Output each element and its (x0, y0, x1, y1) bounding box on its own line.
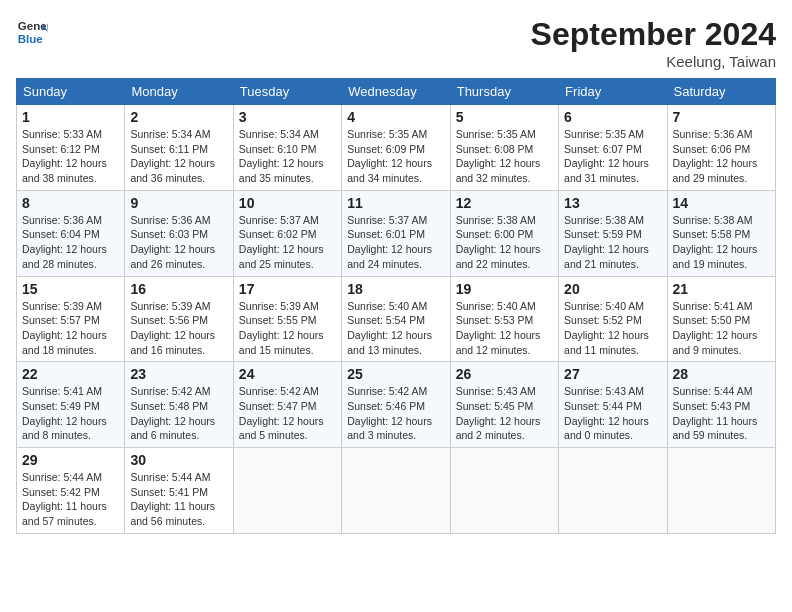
day-number: 30 (130, 452, 227, 468)
calendar-cell: 29 Sunrise: 5:44 AM Sunset: 5:42 PM Dayl… (17, 448, 125, 534)
calendar-cell: 22 Sunrise: 5:41 AM Sunset: 5:49 PM Dayl… (17, 362, 125, 448)
day-number: 5 (456, 109, 553, 125)
day-info: Sunrise: 5:34 AM Sunset: 6:10 PM Dayligh… (239, 127, 336, 186)
calendar-cell (342, 448, 450, 534)
day-number: 29 (22, 452, 119, 468)
day-info: Sunrise: 5:44 AM Sunset: 5:42 PM Dayligh… (22, 470, 119, 529)
calendar-cell: 4 Sunrise: 5:35 AM Sunset: 6:09 PM Dayli… (342, 105, 450, 191)
calendar-cell (450, 448, 558, 534)
col-header-monday: Monday (125, 79, 233, 105)
calendar-cell: 17 Sunrise: 5:39 AM Sunset: 5:55 PM Dayl… (233, 276, 341, 362)
day-info: Sunrise: 5:36 AM Sunset: 6:03 PM Dayligh… (130, 213, 227, 272)
day-info: Sunrise: 5:39 AM Sunset: 5:57 PM Dayligh… (22, 299, 119, 358)
day-info: Sunrise: 5:36 AM Sunset: 6:06 PM Dayligh… (673, 127, 770, 186)
col-header-wednesday: Wednesday (342, 79, 450, 105)
calendar-cell: 24 Sunrise: 5:42 AM Sunset: 5:47 PM Dayl… (233, 362, 341, 448)
day-number: 16 (130, 281, 227, 297)
day-info: Sunrise: 5:42 AM Sunset: 5:48 PM Dayligh… (130, 384, 227, 443)
calendar-cell: 19 Sunrise: 5:40 AM Sunset: 5:53 PM Dayl… (450, 276, 558, 362)
day-info: Sunrise: 5:42 AM Sunset: 5:47 PM Dayligh… (239, 384, 336, 443)
day-number: 7 (673, 109, 770, 125)
month-title: September 2024 (531, 16, 776, 53)
day-number: 1 (22, 109, 119, 125)
col-header-sunday: Sunday (17, 79, 125, 105)
svg-text:Blue: Blue (18, 33, 44, 45)
calendar-week-row: 29 Sunrise: 5:44 AM Sunset: 5:42 PM Dayl… (17, 448, 776, 534)
day-info: Sunrise: 5:42 AM Sunset: 5:46 PM Dayligh… (347, 384, 444, 443)
calendar-cell: 16 Sunrise: 5:39 AM Sunset: 5:56 PM Dayl… (125, 276, 233, 362)
day-info: Sunrise: 5:37 AM Sunset: 6:01 PM Dayligh… (347, 213, 444, 272)
day-info: Sunrise: 5:35 AM Sunset: 6:09 PM Dayligh… (347, 127, 444, 186)
day-info: Sunrise: 5:35 AM Sunset: 6:08 PM Dayligh… (456, 127, 553, 186)
col-header-saturday: Saturday (667, 79, 775, 105)
day-number: 19 (456, 281, 553, 297)
day-info: Sunrise: 5:38 AM Sunset: 5:59 PM Dayligh… (564, 213, 661, 272)
day-number: 9 (130, 195, 227, 211)
calendar-cell: 5 Sunrise: 5:35 AM Sunset: 6:08 PM Dayli… (450, 105, 558, 191)
calendar-cell: 23 Sunrise: 5:42 AM Sunset: 5:48 PM Dayl… (125, 362, 233, 448)
calendar-cell (559, 448, 667, 534)
day-info: Sunrise: 5:37 AM Sunset: 6:02 PM Dayligh… (239, 213, 336, 272)
day-number: 23 (130, 366, 227, 382)
day-info: Sunrise: 5:43 AM Sunset: 5:45 PM Dayligh… (456, 384, 553, 443)
day-number: 17 (239, 281, 336, 297)
calendar-cell: 14 Sunrise: 5:38 AM Sunset: 5:58 PM Dayl… (667, 190, 775, 276)
calendar-cell: 8 Sunrise: 5:36 AM Sunset: 6:04 PM Dayli… (17, 190, 125, 276)
col-header-thursday: Thursday (450, 79, 558, 105)
calendar-cell: 27 Sunrise: 5:43 AM Sunset: 5:44 PM Dayl… (559, 362, 667, 448)
location: Keelung, Taiwan (531, 53, 776, 70)
day-info: Sunrise: 5:34 AM Sunset: 6:11 PM Dayligh… (130, 127, 227, 186)
day-info: Sunrise: 5:39 AM Sunset: 5:56 PM Dayligh… (130, 299, 227, 358)
day-info: Sunrise: 5:41 AM Sunset: 5:50 PM Dayligh… (673, 299, 770, 358)
day-info: Sunrise: 5:36 AM Sunset: 6:04 PM Dayligh… (22, 213, 119, 272)
day-number: 6 (564, 109, 661, 125)
calendar-cell: 2 Sunrise: 5:34 AM Sunset: 6:11 PM Dayli… (125, 105, 233, 191)
day-number: 26 (456, 366, 553, 382)
calendar-cell: 1 Sunrise: 5:33 AM Sunset: 6:12 PM Dayli… (17, 105, 125, 191)
day-number: 22 (22, 366, 119, 382)
day-info: Sunrise: 5:44 AM Sunset: 5:41 PM Dayligh… (130, 470, 227, 529)
day-number: 2 (130, 109, 227, 125)
day-info: Sunrise: 5:35 AM Sunset: 6:07 PM Dayligh… (564, 127, 661, 186)
day-info: Sunrise: 5:40 AM Sunset: 5:52 PM Dayligh… (564, 299, 661, 358)
calendar-cell: 26 Sunrise: 5:43 AM Sunset: 5:45 PM Dayl… (450, 362, 558, 448)
calendar-cell: 10 Sunrise: 5:37 AM Sunset: 6:02 PM Dayl… (233, 190, 341, 276)
calendar-cell: 21 Sunrise: 5:41 AM Sunset: 5:50 PM Dayl… (667, 276, 775, 362)
day-info: Sunrise: 5:38 AM Sunset: 5:58 PM Dayligh… (673, 213, 770, 272)
day-info: Sunrise: 5:39 AM Sunset: 5:55 PM Dayligh… (239, 299, 336, 358)
col-header-friday: Friday (559, 79, 667, 105)
calendar-cell: 6 Sunrise: 5:35 AM Sunset: 6:07 PM Dayli… (559, 105, 667, 191)
calendar-cell: 12 Sunrise: 5:38 AM Sunset: 6:00 PM Dayl… (450, 190, 558, 276)
day-number: 15 (22, 281, 119, 297)
day-number: 21 (673, 281, 770, 297)
day-info: Sunrise: 5:41 AM Sunset: 5:49 PM Dayligh… (22, 384, 119, 443)
calendar-week-row: 1 Sunrise: 5:33 AM Sunset: 6:12 PM Dayli… (17, 105, 776, 191)
logo-icon: General Blue (16, 16, 48, 48)
day-number: 10 (239, 195, 336, 211)
calendar-cell: 15 Sunrise: 5:39 AM Sunset: 5:57 PM Dayl… (17, 276, 125, 362)
calendar-cell: 11 Sunrise: 5:37 AM Sunset: 6:01 PM Dayl… (342, 190, 450, 276)
calendar-cell: 9 Sunrise: 5:36 AM Sunset: 6:03 PM Dayli… (125, 190, 233, 276)
calendar-cell (667, 448, 775, 534)
calendar-cell: 13 Sunrise: 5:38 AM Sunset: 5:59 PM Dayl… (559, 190, 667, 276)
day-number: 14 (673, 195, 770, 211)
calendar-cell: 30 Sunrise: 5:44 AM Sunset: 5:41 PM Dayl… (125, 448, 233, 534)
calendar-week-row: 22 Sunrise: 5:41 AM Sunset: 5:49 PM Dayl… (17, 362, 776, 448)
day-number: 18 (347, 281, 444, 297)
title-area: September 2024 Keelung, Taiwan (531, 16, 776, 70)
calendar-cell: 7 Sunrise: 5:36 AM Sunset: 6:06 PM Dayli… (667, 105, 775, 191)
day-info: Sunrise: 5:44 AM Sunset: 5:43 PM Dayligh… (673, 384, 770, 443)
calendar-cell: 28 Sunrise: 5:44 AM Sunset: 5:43 PM Dayl… (667, 362, 775, 448)
day-number: 4 (347, 109, 444, 125)
day-number: 25 (347, 366, 444, 382)
calendar-table: SundayMondayTuesdayWednesdayThursdayFrid… (16, 78, 776, 534)
day-info: Sunrise: 5:43 AM Sunset: 5:44 PM Dayligh… (564, 384, 661, 443)
calendar-cell: 3 Sunrise: 5:34 AM Sunset: 6:10 PM Dayli… (233, 105, 341, 191)
day-number: 12 (456, 195, 553, 211)
calendar-header-row: SundayMondayTuesdayWednesdayThursdayFrid… (17, 79, 776, 105)
calendar-cell: 18 Sunrise: 5:40 AM Sunset: 5:54 PM Dayl… (342, 276, 450, 362)
calendar-cell (233, 448, 341, 534)
day-number: 8 (22, 195, 119, 211)
day-info: Sunrise: 5:38 AM Sunset: 6:00 PM Dayligh… (456, 213, 553, 272)
logo: General Blue (16, 16, 48, 48)
